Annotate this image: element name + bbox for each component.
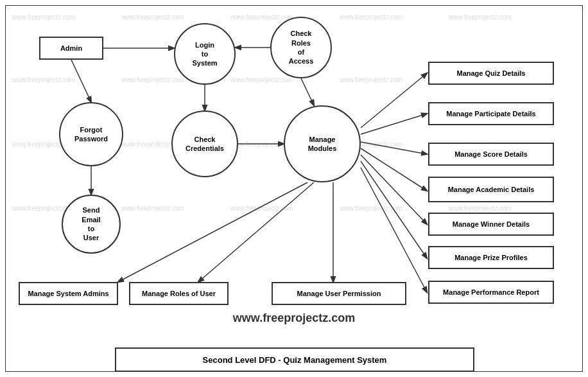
manage-modules-node: ManageModules <box>284 105 361 182</box>
svg-line-8 <box>361 142 427 154</box>
login-node: LogintoSystem <box>174 23 236 85</box>
watermark: www.freeprojectz.com <box>121 205 184 212</box>
manage-academic-node: Manage Academic Details <box>428 177 554 202</box>
svg-line-12 <box>361 168 427 292</box>
svg-line-6 <box>361 73 427 128</box>
watermark: www.freeprojectz.com <box>230 76 293 83</box>
svg-line-2 <box>301 78 314 105</box>
manage-roles-node: Manage Roles of User <box>129 282 229 305</box>
website-label: www.freeprojectz.com <box>6 311 582 325</box>
svg-line-10 <box>361 155 427 224</box>
manage-system-admins-node: Manage System Admins <box>19 282 118 305</box>
watermark: www.freeprojectz.com <box>121 13 184 21</box>
manage-winner-node: Manage Winner Details <box>428 213 554 236</box>
svg-line-14 <box>198 182 314 282</box>
manage-prize-node: Manage Prize Profiles <box>428 246 554 269</box>
watermark: www.freeprojectz.com <box>449 13 512 21</box>
watermark: www.freeprojectz.com <box>12 13 75 21</box>
watermark: www.freeprojectz.com <box>121 76 184 83</box>
check-credentials-node: CheckCredentials <box>171 110 238 177</box>
send-email-node: SendEmailtoUser <box>62 195 121 254</box>
diagram-area: www.freeprojectz.com www.freeprojectz.co… <box>5 5 583 372</box>
watermark: www.freeprojectz.com <box>340 13 402 21</box>
manage-performance-node: Manage Performance Report <box>428 281 554 304</box>
manage-participate-node: Manage Participate Details <box>428 102 554 125</box>
watermark: www.freeprojectz.com <box>449 205 512 212</box>
watermark: www.freeprojectz.com <box>340 205 402 212</box>
manage-quiz-node: Manage Quiz Details <box>428 62 554 85</box>
watermark: www.freeprojectz.com <box>340 76 402 83</box>
check-roles-node: CheckRolesofAccess <box>270 17 332 78</box>
svg-line-13 <box>118 182 307 282</box>
watermark: www.freeprojectz.com <box>230 13 293 21</box>
admin-node: Admin <box>39 37 103 60</box>
svg-line-11 <box>361 161 427 258</box>
caption-box: Second Level DFD - Quiz Management Syste… <box>115 347 474 372</box>
manage-score-node: Manage Score Details <box>428 143 554 166</box>
watermark: www.freeprojectz.com <box>12 76 75 83</box>
svg-line-3 <box>71 60 91 102</box>
manage-user-permission-node: Manage User Permission <box>272 282 406 305</box>
watermark: www.freeprojectz.com <box>230 205 293 212</box>
svg-line-9 <box>361 148 427 191</box>
forgot-password-node: ForgotPassword <box>59 102 123 166</box>
svg-line-7 <box>361 114 427 134</box>
